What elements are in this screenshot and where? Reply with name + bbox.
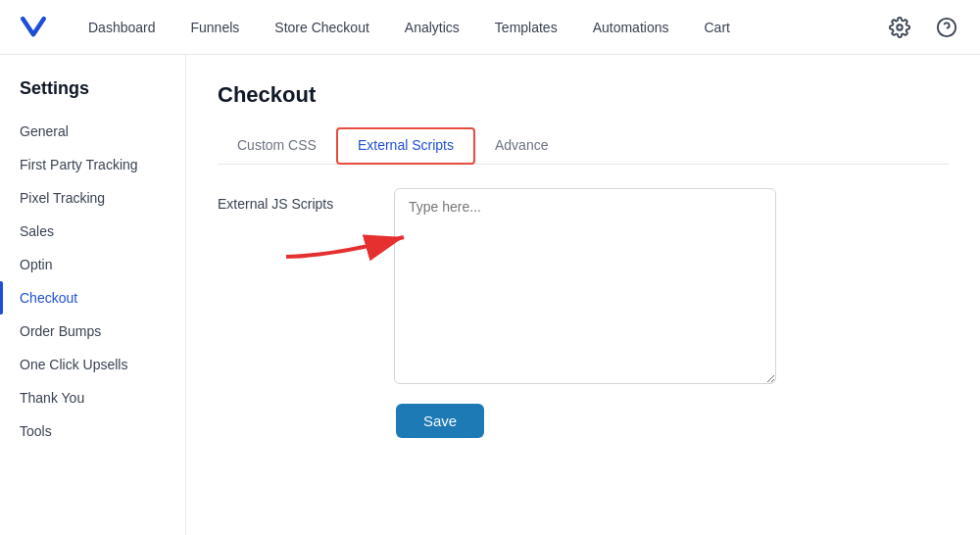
top-nav: Dashboard Funnels Store Checkout Analyti…: [0, 0, 980, 55]
sidebar-item-one-click-upsells[interactable]: One Click Upsells: [0, 348, 185, 381]
nav-item-dashboard[interactable]: Dashboard: [71, 0, 173, 55]
logo[interactable]: [16, 10, 51, 45]
field-label: External JS Scripts: [218, 188, 355, 212]
sidebar-item-pixel-tracking[interactable]: Pixel Tracking: [0, 181, 185, 215]
nav-item-templates[interactable]: Templates: [477, 0, 575, 55]
nav-item-cart[interactable]: Cart: [686, 0, 747, 55]
sidebar-title: Settings: [0, 78, 185, 115]
svg-point-0: [897, 24, 903, 30]
sidebar-item-first-party-tracking[interactable]: First Party Tracking: [0, 148, 185, 181]
tab-external-scripts[interactable]: External Scripts: [336, 127, 475, 165]
external-js-scripts-textarea[interactable]: [394, 188, 776, 384]
page-title: Checkout: [218, 82, 949, 108]
main-content: Checkout Custom CSS External Scripts Adv…: [186, 55, 980, 535]
sidebar-item-general[interactable]: General: [0, 115, 185, 148]
tab-custom-css[interactable]: Custom CSS: [218, 127, 336, 164]
nav-icons: [882, 10, 964, 45]
sidebar-item-checkout[interactable]: Checkout: [0, 281, 185, 315]
sidebar-item-thank-you[interactable]: Thank You: [0, 381, 185, 414]
save-button[interactable]: Save: [396, 404, 484, 438]
content-row: External JS Scripts: [218, 188, 949, 384]
nav-item-funnels[interactable]: Funnels: [173, 0, 258, 55]
arrow-annotation: [276, 208, 414, 267]
nav-items: Dashboard Funnels Store Checkout Analyti…: [71, 0, 882, 55]
nav-item-store-checkout[interactable]: Store Checkout: [257, 0, 387, 55]
nav-item-automations[interactable]: Automations: [575, 0, 687, 55]
nav-item-analytics[interactable]: Analytics: [387, 0, 477, 55]
sidebar-item-tools[interactable]: Tools: [0, 414, 185, 448]
sidebar-item-optin[interactable]: Optin: [0, 248, 185, 281]
tabs: Custom CSS External Scripts Advance: [218, 127, 949, 165]
settings-icon[interactable]: [882, 10, 917, 45]
save-btn-row: Save: [396, 404, 949, 438]
help-icon[interactable]: [929, 10, 964, 45]
annotation-area: [394, 188, 776, 384]
sidebar: Settings General First Party Tracking Pi…: [0, 55, 186, 535]
sidebar-item-order-bumps[interactable]: Order Bumps: [0, 315, 185, 348]
tab-advance[interactable]: Advance: [475, 127, 567, 164]
sidebar-item-sales[interactable]: Sales: [0, 215, 185, 248]
layout: Settings General First Party Tracking Pi…: [0, 55, 980, 535]
